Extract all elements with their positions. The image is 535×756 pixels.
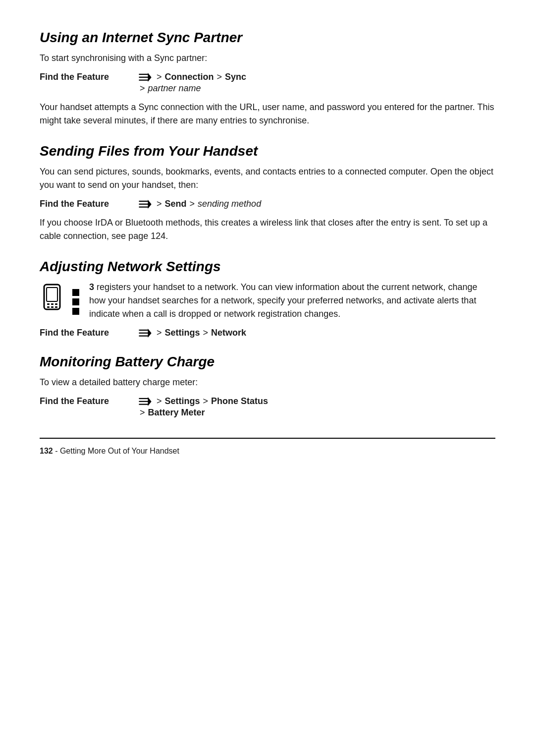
svg-marker-7 xyxy=(148,200,152,209)
svg-rect-1 xyxy=(139,76,149,77)
find-feature-path-2: > Send > sending method xyxy=(139,199,261,209)
svg-rect-0 xyxy=(139,73,149,74)
svg-rect-9 xyxy=(47,288,57,301)
svg-rect-21 xyxy=(139,401,149,402)
intro-battery-charge: To view a detailed battery charge meter: xyxy=(40,376,495,389)
svg-marker-23 xyxy=(148,397,152,406)
find-feature-label-2: Find the Feature xyxy=(40,199,129,209)
svg-marker-3 xyxy=(148,73,152,82)
section-internet-sync: Using an Internet Sync Partner To start … xyxy=(40,30,495,127)
body-internet-sync: Your handset attempts a Sync connection … xyxy=(40,101,495,127)
svg-rect-4 xyxy=(139,200,149,201)
menu-icon-3 xyxy=(139,329,153,338)
find-feature-label-1: Find the Feature xyxy=(40,72,129,82)
path-line-3-1: > Settings > Network xyxy=(139,328,246,338)
find-feature-path-1: > Connection > Sync > partner name xyxy=(139,72,246,94)
phone-icon-group xyxy=(40,281,79,315)
path-phone-status: Phone Status xyxy=(211,396,268,407)
intro-internet-sync: To start synchronising with a Sync partn… xyxy=(40,52,495,65)
path-partner-name: partner name xyxy=(148,83,201,94)
menu-icon-2 xyxy=(139,200,153,209)
square-2 xyxy=(72,298,79,305)
section-network-settings: Adjusting Network Settings xyxy=(40,259,495,338)
path-sending-method: sending method xyxy=(198,199,261,209)
find-feature-path-3: > Settings > Network xyxy=(139,328,246,338)
body-network-settings: 3 registers your handset to a network. Y… xyxy=(89,281,495,321)
svg-rect-18 xyxy=(139,335,149,336)
number-3: 3 xyxy=(89,282,94,292)
footer-text: Getting More Out of Your Handset xyxy=(60,447,179,455)
menu-icon-4 xyxy=(139,397,153,406)
svg-rect-5 xyxy=(139,203,149,204)
footer-page-number: 132 xyxy=(40,447,53,455)
path-line-2-1: > Send > sending method xyxy=(139,199,261,209)
svg-rect-6 xyxy=(139,206,149,207)
body-sending-files: If you choose IrDA or Bluetooth methods,… xyxy=(40,216,495,243)
menu-icon-1 xyxy=(139,73,153,82)
find-feature-sending-files: Find the Feature > Send > sending method xyxy=(40,199,495,209)
section-title-network-settings: Adjusting Network Settings xyxy=(40,259,495,275)
path-settings-network: Settings xyxy=(165,328,200,338)
svg-rect-2 xyxy=(139,79,149,80)
path-line-1-2: > partner name xyxy=(139,83,246,94)
svg-rect-12 xyxy=(55,303,57,305)
path-battery-meter: Battery Meter xyxy=(148,407,205,418)
find-feature-label-4: Find the Feature xyxy=(40,396,129,407)
path-sync: Sync xyxy=(225,72,246,82)
svg-rect-20 xyxy=(139,398,149,399)
find-feature-label-3: Find the Feature xyxy=(40,328,129,338)
body-network-text: registers your handset to a network. You… xyxy=(89,282,477,319)
section-battery-charge: Monitoring Battery Charge To view a deta… xyxy=(40,354,495,418)
intro-sending-files: You can send pictures, sounds, bookmarks… xyxy=(40,165,495,192)
path-settings-battery: Settings xyxy=(165,396,200,407)
svg-rect-13 xyxy=(47,306,50,308)
find-feature-path-4: > Settings > Phone Status > Battery Mete… xyxy=(139,396,268,418)
svg-rect-17 xyxy=(139,332,149,333)
section-sending-files: Sending Files from Your Handset You can … xyxy=(40,143,495,243)
find-feature-battery: Find the Feature > Settings > Phone Stat… xyxy=(40,396,495,418)
find-feature-internet-sync: Find the Feature > Connection > Sync > xyxy=(40,72,495,94)
svg-rect-22 xyxy=(139,404,149,405)
svg-marker-19 xyxy=(148,329,152,338)
path-line-4-2: > Battery Meter xyxy=(139,407,268,418)
phone-icon xyxy=(40,283,67,315)
footer-separator: - xyxy=(53,447,60,455)
section-title-sending-files: Sending Files from Your Handset xyxy=(40,143,495,159)
gt-1: > xyxy=(157,72,162,82)
find-feature-network: Find the Feature > Settings > Network xyxy=(40,328,495,338)
svg-rect-10 xyxy=(47,303,50,305)
path-line-1-1: > Connection > Sync xyxy=(139,72,246,82)
square-3 xyxy=(72,308,79,315)
svg-rect-11 xyxy=(51,303,54,305)
square-1 xyxy=(72,289,79,296)
path-send: Send xyxy=(165,199,187,209)
section-title-battery-charge: Monitoring Battery Charge xyxy=(40,354,495,370)
footer: 132 - Getting More Out of Your Handset xyxy=(40,438,495,456)
svg-rect-15 xyxy=(55,306,57,308)
path-line-4-1: > Settings > Phone Status xyxy=(139,396,268,407)
svg-rect-16 xyxy=(139,329,149,330)
section-title-internet-sync: Using an Internet Sync Partner xyxy=(40,30,495,46)
path-connection: Connection xyxy=(165,72,214,82)
network-content: 3 registers your handset to a network. Y… xyxy=(40,281,495,321)
signal-squares xyxy=(72,289,79,315)
path-network: Network xyxy=(211,328,246,338)
svg-rect-14 xyxy=(51,306,54,308)
